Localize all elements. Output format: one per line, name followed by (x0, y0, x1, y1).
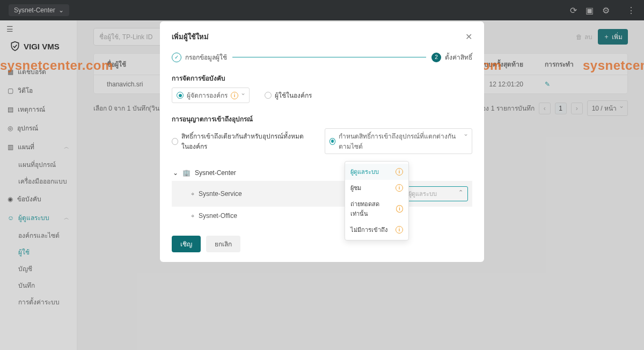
radio-same-access[interactable]: สิทธิ์การเข้าถึงเดียวกันสำหรับอุปกรณ์ทั้… (172, 128, 310, 154)
site-name: Sysnet-Office (199, 212, 237, 220)
dropdown-label: ผู้ชม (350, 183, 361, 193)
site-row[interactable]: ⌖ Sysnet-Office (172, 207, 472, 225)
info-icon[interactable]: i (396, 184, 403, 192)
radio-label: สิทธิ์การเข้าถึงเดียวกันสำหรับอุปกรณ์ทั้… (181, 131, 310, 151)
role-dropdown: ผู้ดูแลระบบi ผู้ชมi ถ่ายทอดสดเท่านั้นi ไ… (345, 161, 409, 240)
stepper: ✓ กรอกข้อมูลผู้ใช้ 2 ตั้งค่าสิทธิ์ (172, 52, 472, 62)
info-icon[interactable]: i (396, 226, 403, 234)
info-icon[interactable]: i (231, 92, 238, 99)
org-section-title: การจัดการข้อบังคับ (172, 73, 472, 83)
dropdown-label: ไม่มีการเข้าถึง (350, 225, 387, 235)
radio-label: ผู้ใช้ในองค์กร (275, 90, 312, 100)
radio-org-admin[interactable]: ผู้จัดการองค์กรi (172, 88, 250, 103)
dropdown-item[interactable]: ผู้ชมi (345, 180, 408, 196)
site-row[interactable]: ⌖ Sysnte-Service ผู้ดูแลระบบ (172, 181, 472, 207)
device-section-title: การอนุญาตการเข้าถึงอุปกรณ์ (172, 114, 472, 124)
radio-per-site[interactable]: กำหนดสิทธิ์การเข้าถึงอุปกรณ์ที่แตกต่างกั… (325, 128, 472, 154)
dropdown-label: ถ่ายทอดสดเท่านั้น (350, 199, 393, 218)
building-icon: 🏢 (182, 169, 191, 177)
info-icon[interactable]: i (396, 168, 403, 176)
dropdown-label: ผู้ดูแลระบบ (350, 167, 379, 177)
site-name: Sysnte-Service (199, 190, 242, 198)
step2-label: ตั้งค่าสิทธิ์ (445, 52, 472, 62)
radio-label: ผู้จัดการองค์กร (187, 90, 228, 100)
cancel-button[interactable]: ยกเลิก (206, 236, 240, 252)
location-icon: ⌖ (191, 213, 194, 220)
close-icon[interactable]: ✕ (465, 32, 472, 42)
step1-circle: ✓ (172, 53, 181, 62)
radio-org-user[interactable]: ผู้ใช้ในองค์กร (265, 88, 312, 103)
radio-label: กำหนดสิทธิ์การเข้าถึงอุปกรณ์ที่แตกต่างกั… (339, 131, 461, 151)
org-name: Sysnet-Center (195, 169, 236, 177)
location-icon: ⌖ (191, 191, 194, 198)
info-icon[interactable]: i (396, 205, 403, 213)
dropdown-item[interactable]: ถ่ายทอดสดเท่านั้นi (345, 196, 408, 222)
dropdown-item[interactable]: ไม่มีการเข้าถึงi (345, 222, 408, 238)
org-row[interactable]: ⌄ 🏢 Sysnet-Center (172, 165, 472, 181)
role-select[interactable]: ผู้ดูแลระบบ (404, 186, 468, 201)
modal-overlay: เพิ่มผู้ใช้ใหม่ ✕ ✓ กรอกข้อมูลผู้ใช้ 2 ต… (0, 0, 644, 350)
invite-button[interactable]: เชิญ (172, 236, 201, 252)
dropdown-item[interactable]: ผู้ดูแลระบบi (345, 164, 408, 180)
step2-circle: 2 (431, 53, 441, 62)
chevron-down-icon: ⌄ (173, 169, 178, 177)
step1-label: กรอกข้อมูลผู้ใช้ (185, 52, 227, 62)
modal-title: เพิ่มผู้ใช้ใหม่ (172, 31, 209, 42)
add-user-modal: เพิ่มผู้ใช้ใหม่ ✕ ✓ กรอกข้อมูลผู้ใช้ 2 ต… (160, 21, 484, 262)
